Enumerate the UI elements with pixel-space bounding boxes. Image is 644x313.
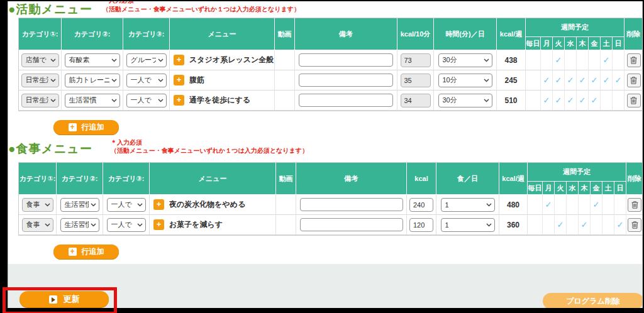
category1-select[interactable]: 食事 xyxy=(22,198,53,212)
header-category3: カテゴリ③: xyxy=(103,163,150,195)
trash-icon xyxy=(630,97,637,104)
day-checkbox[interactable] xyxy=(601,91,613,111)
day-checkbox[interactable]: ✓ xyxy=(577,91,589,111)
chevron-down-icon xyxy=(50,79,56,82)
category2-select[interactable]: 生活習慣 xyxy=(60,198,99,212)
category2-select[interactable]: 筋力トレーニング xyxy=(65,74,120,87)
day-checkbox[interactable] xyxy=(528,195,543,215)
day-checkbox[interactable] xyxy=(602,195,614,215)
category3-select[interactable]: 一人で xyxy=(126,94,167,107)
day-checkbox[interactable]: ✓ xyxy=(577,70,589,91)
category1-select[interactable]: 日常生活 xyxy=(21,94,59,107)
time-per-day-select[interactable]: 30分 xyxy=(438,53,492,67)
day-checkbox[interactable]: ✓ xyxy=(601,50,613,70)
note-input[interactable] xyxy=(299,53,393,67)
day-checkbox[interactable]: ✓ xyxy=(553,91,565,111)
category2-select[interactable]: 生活習慣 xyxy=(65,94,120,107)
chevron-down-icon xyxy=(486,223,492,227)
day-checkbox[interactable]: ✓ xyxy=(613,70,625,91)
meal-add-row-button[interactable]: + 行追加 xyxy=(53,244,119,259)
day-checkbox[interactable]: ✓ xyxy=(565,70,577,91)
category3-select[interactable]: 一人で xyxy=(107,198,146,212)
day-checkbox[interactable] xyxy=(591,215,602,235)
activity-add-row-button[interactable]: + 行追加 xyxy=(53,120,119,135)
time-per-day-select[interactable]: 30分 xyxy=(438,94,492,107)
day-checkbox[interactable] xyxy=(526,50,541,70)
day-checkbox[interactable]: ✓ xyxy=(601,70,613,91)
delete-row-button[interactable] xyxy=(628,198,641,212)
delete-row-button[interactable] xyxy=(627,74,641,87)
kcal-input[interactable] xyxy=(409,198,433,212)
kcal-readonly-field xyxy=(401,74,431,87)
meals-per-day-select[interactable]: 1 xyxy=(441,198,495,212)
day-checkbox[interactable] xyxy=(614,195,626,215)
category1-select[interactable]: 食事 xyxy=(22,218,53,232)
time-per-day-select[interactable]: 10分 xyxy=(438,74,492,87)
note-input[interactable] xyxy=(300,198,403,211)
day-checkbox[interactable] xyxy=(567,215,579,235)
meals-per-day-select[interactable]: 1 xyxy=(441,218,495,232)
expand-menu-icon[interactable]: + xyxy=(153,219,164,230)
day-checkbox[interactable]: ✓ xyxy=(555,215,567,235)
day-checkbox[interactable]: ✓ xyxy=(589,91,601,111)
meal-note: （活動メニュー・食事メニューいずれか１つは入力必須となります） xyxy=(111,146,308,155)
day-checkbox[interactable]: ✓ xyxy=(541,91,553,111)
day-checkbox[interactable] xyxy=(602,215,614,235)
day-checkbox[interactable] xyxy=(526,70,541,91)
category3-select[interactable]: 一人で xyxy=(107,218,146,232)
note-input[interactable] xyxy=(299,74,393,87)
day-checkbox[interactable] xyxy=(577,50,589,70)
day-checkbox[interactable] xyxy=(613,91,625,111)
day-checkbox[interactable] xyxy=(528,215,543,235)
day-checkbox[interactable]: ✓ xyxy=(565,91,577,111)
day-checkbox[interactable] xyxy=(613,50,625,70)
category1-select[interactable]: 店舗で xyxy=(21,53,59,67)
delete-row-button[interactable] xyxy=(627,94,641,107)
header-day-mon: 月 xyxy=(541,37,553,50)
header-category2: カテゴリ②: xyxy=(62,18,123,50)
category3-select[interactable]: グループ xyxy=(126,53,167,67)
day-checkbox[interactable]: ✓ xyxy=(614,215,626,235)
chevron-down-icon xyxy=(111,58,117,62)
delete-row-button[interactable] xyxy=(628,218,641,232)
day-checkbox[interactable] xyxy=(555,195,567,215)
header-kcal: kcal xyxy=(407,163,436,195)
plus-icon: + xyxy=(69,123,77,131)
header-day-wed: 水 xyxy=(567,182,579,195)
day-checkbox[interactable]: ✓ xyxy=(553,70,565,91)
expand-menu-icon[interactable]: + xyxy=(174,95,184,106)
category2-select[interactable]: 生活習慣 xyxy=(60,218,99,232)
category1-select[interactable]: 日常生活 xyxy=(21,74,59,87)
page-content: ●活動メニュー ＊入力必須 （活動メニュー・食事メニューいずれか１つは入力必須と… xyxy=(8,1,643,308)
meal-table: カテゴリ①: カテゴリ②: カテゴリ③: メニュー 動画 備考 kcal 食／日… xyxy=(18,162,643,236)
day-checkbox[interactable] xyxy=(526,91,541,111)
table-row: 食事 生活習慣 一人で +お菓子を減らす 1 360 ✓ ✓ ✓ xyxy=(19,215,643,235)
day-checkbox[interactable]: ✓ xyxy=(541,70,553,91)
note-input[interactable] xyxy=(299,94,393,107)
delete-program-button[interactable]: プログラム削除 xyxy=(543,293,643,308)
delete-row-button[interactable] xyxy=(627,53,641,67)
day-checkbox[interactable]: ✓ xyxy=(591,195,602,215)
day-checkbox[interactable]: ✓ xyxy=(579,215,591,235)
day-checkbox[interactable] xyxy=(567,195,579,215)
expand-menu-icon[interactable]: + xyxy=(153,199,164,210)
category3-select[interactable]: 一人で xyxy=(126,74,167,87)
chevron-down-icon xyxy=(50,99,56,102)
day-checkbox[interactable] xyxy=(565,50,577,70)
update-button[interactable]: 更新 xyxy=(19,291,109,307)
day-checkbox[interactable] xyxy=(543,215,555,235)
day-checkbox[interactable]: ✓ xyxy=(589,70,601,91)
category2-select[interactable]: 有酸素 xyxy=(65,53,120,67)
day-checkbox[interactable]: ✓ xyxy=(543,195,555,215)
kcal-input[interactable] xyxy=(409,218,433,232)
expand-menu-icon[interactable]: + xyxy=(174,55,184,65)
day-checkbox[interactable] xyxy=(541,50,553,70)
header-kcal-week: kcal/週 xyxy=(497,18,526,50)
day-checkbox[interactable]: ✓ xyxy=(553,50,565,70)
chevron-down-icon xyxy=(484,58,489,62)
day-checkbox[interactable] xyxy=(579,195,591,215)
expand-menu-icon[interactable]: + xyxy=(174,75,184,85)
note-input[interactable] xyxy=(300,218,403,231)
day-checkbox[interactable] xyxy=(589,50,601,70)
header-weekly-plan: 週間予定 xyxy=(526,18,625,37)
